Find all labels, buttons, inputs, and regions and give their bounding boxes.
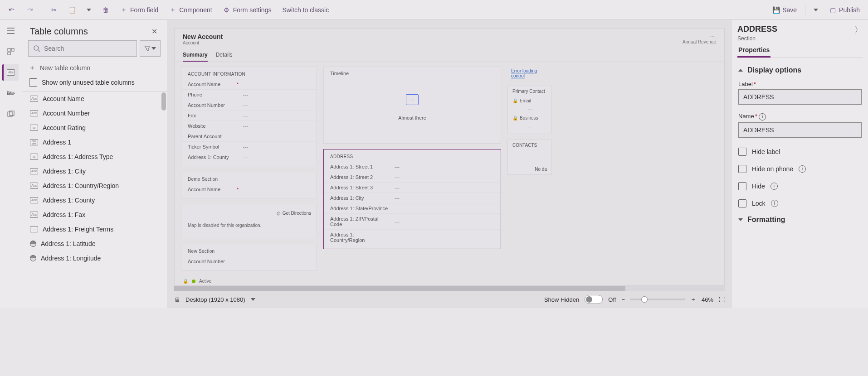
form-field-row[interactable]: Address 1: State/Province--- — [324, 203, 501, 214]
form-tab[interactable]: Details — [216, 50, 233, 62]
form-field-row[interactable]: Address 1: County--- — [181, 152, 317, 162]
new-table-column-button[interactable]: ＋ New table column — [22, 60, 167, 76]
column-item[interactable]: ▭Account Rating — [22, 121, 167, 135]
info-icon[interactable]: i — [759, 113, 766, 121]
column-item[interactable]: AbcAddress 1: Country/Region — [22, 178, 167, 193]
info-icon[interactable]: i — [799, 165, 806, 173]
form-surface[interactable]: New Account Account ··· Annual Revenue S… — [174, 28, 725, 286]
column-item[interactable]: AbcAddress 1: City — [22, 164, 167, 178]
form-field-row[interactable]: Website--- — [181, 121, 317, 131]
show-unused-checkbox[interactable] — [29, 78, 37, 87]
filter-button[interactable] — [140, 40, 161, 57]
zoom-out-button[interactable]: − — [621, 296, 625, 303]
column-label: Address 1: Longitude — [41, 255, 101, 262]
form-field-row[interactable]: Account Name*--- — [181, 184, 317, 194]
scrollbar-thumb[interactable] — [161, 92, 166, 111]
properties-tab[interactable]: Properties — [737, 46, 770, 58]
tree-rail-button[interactable] — [3, 85, 19, 101]
section-timeline[interactable]: Timeline ··· Almost there — [323, 67, 501, 144]
hide-on-phone-text: Hide on phone — [752, 165, 793, 173]
form-field-row[interactable]: Phone--- — [181, 90, 317, 100]
field-label: Parent Account — [188, 134, 237, 139]
hide-on-phone-checkbox[interactable] — [738, 165, 746, 173]
header-overflow-icon[interactable]: ··· — [683, 33, 716, 39]
column-item[interactable]: AbcAddress 1: County — [22, 193, 167, 207]
form-field-row[interactable]: Ticker Symbol--- — [181, 142, 317, 152]
section-address[interactable]: ADDRESS Address 1: Street 1---Address 1:… — [323, 149, 501, 249]
form-canvas: New Account Account ··· Annual Revenue S… — [167, 20, 732, 308]
info-icon[interactable]: i — [771, 200, 778, 207]
form-settings-button[interactable]: ⚙Form settings — [219, 4, 276, 16]
form-field-row[interactable]: Account Number--- — [181, 100, 317, 111]
field-label: Account Number — [188, 259, 237, 264]
hamburger-button[interactable] — [3, 23, 19, 39]
columns-rail-button[interactable]: Abc — [2, 64, 19, 81]
formatting-header[interactable]: Formatting — [737, 212, 863, 227]
form-field-row[interactable]: Address 1: Street 3--- — [324, 183, 501, 193]
search-input[interactable] — [44, 45, 132, 52]
column-item[interactable]: AbcAccount Number — [22, 106, 167, 121]
form-tab[interactable]: Summary — [183, 50, 208, 62]
info-icon[interactable]: i — [770, 183, 778, 190]
column-item[interactable]: Address 1: Longitude — [22, 251, 167, 265]
form-field-row[interactable]: Address 1: City--- — [324, 193, 501, 203]
close-panel-button[interactable]: ✕ — [150, 27, 159, 36]
form-field-row[interactable]: Address 1: Street 2--- — [324, 172, 501, 183]
paste-button[interactable]: 📋 — [64, 4, 80, 16]
form-field-row[interactable]: Fax--- — [181, 111, 317, 121]
undo-button[interactable] — [4, 4, 20, 16]
redo-button[interactable] — [22, 4, 38, 16]
form-field-row[interactable]: Address 1: Street 1--- — [324, 162, 501, 172]
column-label: Address 1: Fax — [43, 211, 85, 218]
search-box[interactable] — [28, 40, 137, 57]
section-demo[interactable]: Demo Section Account Name*--- — [181, 172, 317, 198]
field-label: Account Number — [188, 102, 237, 108]
zoom-slider[interactable] — [630, 299, 685, 300]
publish-button[interactable]: ▢Publish — [824, 4, 864, 16]
paste-dropdown[interactable] — [82, 6, 96, 14]
primary-contact-card[interactable]: Primary Contact 🔒Email --- 🔒Business --- — [507, 86, 552, 134]
device-dropdown[interactable] — [251, 298, 255, 301]
canvas-horizontal-scrollbar[interactable] — [174, 286, 725, 291]
column-label: Account Name — [43, 95, 84, 102]
expand-properties-button[interactable]: 〉 — [854, 24, 863, 35]
lock-checkbox[interactable] — [738, 199, 746, 207]
section-new[interactable]: New Section Account Number--- — [181, 244, 317, 270]
column-item[interactable]: AbcAccount Name — [22, 92, 167, 106]
zoom-in-button[interactable]: ＋ — [690, 295, 696, 304]
save-button[interactable]: 💾Save — [768, 4, 801, 16]
components-rail-button[interactable] — [3, 43, 19, 60]
delete-button[interactable]: 🗑 — [98, 4, 114, 16]
form-tabs: SummaryDetails — [175, 48, 724, 62]
column-item[interactable]: AbcAddress 1: Fax — [22, 207, 167, 222]
fit-to-screen-button[interactable]: ⛶ — [719, 296, 725, 303]
display-options-header[interactable]: Display options — [737, 63, 863, 78]
column-item[interactable]: ▭Address 1: Freight Terms — [22, 222, 167, 236]
section-map[interactable]: ◎ Get Directions Map is disabled for thi… — [181, 204, 317, 238]
switch-classic-label: Switch to classic — [282, 6, 329, 14]
add-form-field-button[interactable]: ＋Form field — [116, 4, 163, 16]
contacts-card[interactable]: CONTACTS No da — [507, 140, 552, 175]
section-account-information[interactable]: ACCOUNT INFORMATION Account Name*---Phon… — [181, 67, 317, 166]
hide-label-checkbox[interactable] — [738, 148, 746, 156]
save-dropdown[interactable] — [809, 6, 823, 14]
label-input[interactable] — [738, 89, 862, 105]
add-component-button[interactable]: ＋Component — [165, 4, 216, 16]
form-field-row[interactable]: Account Name*--- — [181, 79, 317, 90]
form-field-row[interactable]: Address 1: Country/Region--- — [324, 230, 501, 245]
column-item[interactable]: ▭Address 1: Address Type — [22, 149, 167, 164]
cut-button[interactable]: ✂ — [46, 4, 62, 16]
name-input[interactable] — [738, 122, 862, 138]
show-hidden-toggle[interactable] — [585, 295, 603, 304]
column-item[interactable]: Address 1: Latitude — [22, 236, 167, 251]
error-loading-control-link[interactable]: Error loading control — [511, 68, 548, 78]
get-directions-link[interactable]: Get Directions — [283, 211, 311, 216]
switch-to-classic-button[interactable]: Switch to classic — [278, 4, 333, 16]
form-field-row[interactable]: Account Number--- — [181, 256, 317, 266]
hide-checkbox[interactable] — [738, 182, 746, 190]
libraries-rail-button[interactable] — [3, 106, 19, 122]
abc-icon: Abc — [30, 168, 38, 174]
column-item[interactable]: Abc defAddress 1 — [22, 135, 167, 149]
form-field-row[interactable]: Parent Account--- — [181, 131, 317, 142]
form-field-row[interactable]: Address 1: ZIP/Postal Code--- — [324, 214, 501, 230]
